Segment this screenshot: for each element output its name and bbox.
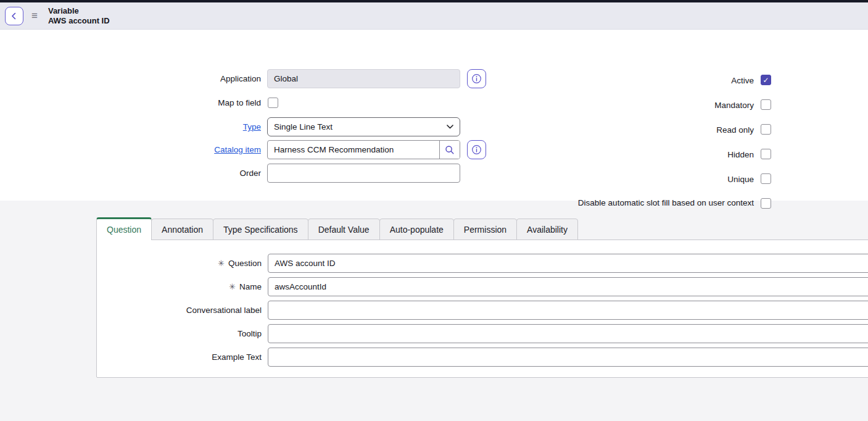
header-title: Variable AWS account ID [48,6,110,26]
tab-annotation[interactable]: Annotation [151,219,213,240]
catalog-item-info-button[interactable] [467,140,486,159]
form-tabs: Question Annotation Type Specifications … [96,217,578,240]
application-label: Application [94,69,261,88]
back-chevron-icon [10,12,19,20]
disable-slot-fill-checkbox[interactable]: ✓ [761,198,771,209]
tooltip-label-text: Tooltip [238,329,262,338]
variable-form: Application Map to field ✓ Type Single L… [0,30,868,201]
unique-checkbox[interactable]: ✓ [761,173,771,184]
tab-type-specifications[interactable]: Type Specifications [213,219,308,240]
active-checkbox[interactable]: ✓ [761,75,771,85]
map-to-field-checkbox[interactable]: ✓ [268,98,278,108]
type-label-link[interactable]: Type [243,122,261,131]
type-select-value: Single Line Text [274,122,333,131]
mandatory-icon: ✳ [218,259,225,267]
conversational-label-label: Conversational label [97,301,262,320]
active-label: Active [577,75,754,86]
tab-permission[interactable]: Permission [453,219,517,240]
question-label-text: Question [228,259,262,268]
catalog-item-input[interactable] [268,141,439,159]
read-only-checkbox[interactable]: ✓ [761,124,771,135]
example-text-input[interactable] [268,348,868,367]
chevron-down-icon [447,125,453,129]
map-to-field-label: Map to field [94,98,261,109]
conversational-label-input[interactable] [268,301,868,320]
hidden-label: Hidden [577,149,754,160]
check-icon: ✓ [763,76,769,83]
mandatory-checkbox[interactable]: ✓ [761,99,771,110]
read-only-label: Read only [577,125,754,136]
tab-auto-populate[interactable]: Auto-populate [379,219,454,240]
application-info-button[interactable] [467,69,486,88]
search-icon [445,145,455,155]
catalog-item-search-button[interactable] [439,141,460,159]
record-type-title: Variable [48,6,110,16]
mandatory-label: Mandatory [577,100,754,111]
context-menu-icon[interactable]: ≡ [31,10,38,21]
hidden-checkbox[interactable]: ✓ [761,149,771,159]
name-label: ✳ Name [97,277,262,296]
type-label: Type [94,117,261,136]
info-icon [471,73,482,84]
question-input[interactable] [268,254,868,273]
example-text-label-text: Example Text [212,352,262,362]
catalog-item-label: Catalog item [94,140,261,159]
name-input[interactable] [268,277,868,296]
record-title: AWS account ID [48,16,110,26]
order-label: Order [94,164,261,183]
tab-question[interactable]: Question [96,217,152,240]
application-input[interactable] [267,69,460,88]
question-tab-panel: ✳ Question ✳ Name Conversational label T… [96,240,868,378]
order-input[interactable] [267,164,460,183]
form-header: ≡ Variable AWS account ID [0,2,868,30]
tooltip-input[interactable] [268,324,868,343]
mandatory-icon: ✳ [229,283,236,291]
tab-availability[interactable]: Availability [516,219,578,240]
name-label-text: Name [239,282,262,291]
tab-default-value[interactable]: Default Value [308,219,380,240]
disable-slot-fill-label: Disable automatic slot fill based on use… [577,198,754,209]
type-select[interactable]: Single Line Text [267,117,460,136]
info-icon [471,144,482,155]
back-button[interactable] [5,7,23,25]
unique-label: Unique [577,174,754,185]
example-text-label: Example Text [97,348,262,367]
tooltip-label: Tooltip [97,324,262,343]
catalog-item-label-link[interactable]: Catalog item [214,145,261,154]
question-label: ✳ Question [97,254,262,273]
catalog-item-lookup [267,140,460,159]
conversational-label-text: Conversational label [186,306,262,315]
